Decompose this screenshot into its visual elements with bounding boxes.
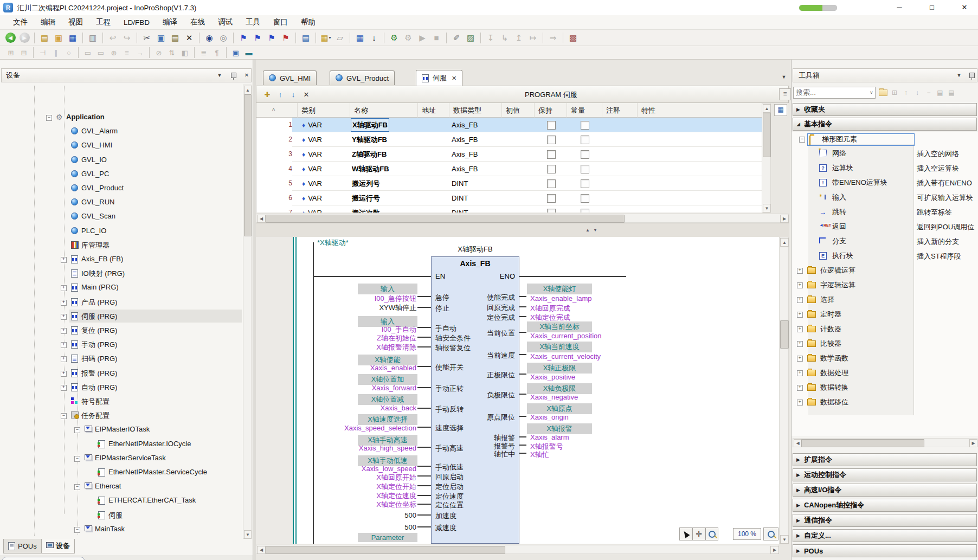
toolbox-section-扩展指令[interactable]: ▶扩展指令: [793, 453, 977, 466]
persist-checkbox[interactable]: [547, 179, 556, 188]
menu-item-工程[interactable]: 工程: [89, 15, 117, 29]
column-header-初值[interactable]: 初值: [502, 103, 535, 118]
expand-icon[interactable]: +: [797, 356, 803, 362]
copy-button[interactable]: ▣: [155, 31, 168, 44]
build-button[interactable]: ▦: [353, 31, 366, 44]
fbd-zoom-level[interactable]: 100 %: [733, 528, 761, 540]
type-cell[interactable]: Axis_FB: [452, 147, 478, 162]
declaration-sort-icon[interactable]: ≡: [779, 88, 791, 100]
insert-box-button[interactable]: ▭: [82, 47, 94, 58]
tree-item-EtherNetIPMaster.IOCycle[interactable]: EtherNetIPMaster.IOCycle: [1, 437, 242, 451]
tree-item-伺服 (PRG)[interactable]: +伺服 (PRG): [1, 310, 242, 323]
operand-500[interactable]: 500: [404, 511, 416, 519]
expand-icon[interactable]: +: [61, 257, 67, 263]
operand-label[interactable]: X轴速度选择: [358, 414, 417, 425]
tree-item-报警 (PRG)[interactable]: +报警 (PRG): [1, 366, 242, 380]
expand-icon[interactable]: +: [797, 370, 803, 376]
column-header-rownum[interactable]: ^: [256, 103, 298, 118]
menu-item-在线[interactable]: 在线: [184, 15, 211, 29]
operand-label[interactable]: X轴位置减: [358, 394, 417, 405]
operand-Xaxis_origin[interactable]: Xaxis_origin: [530, 413, 569, 421]
devices-dropdown-icon[interactable]: ▼: [215, 71, 224, 80]
options-button[interactable]: ▩: [567, 31, 580, 44]
persist-checkbox[interactable]: [547, 121, 556, 130]
tree-item-伺服[interactable]: 伺服: [1, 508, 242, 522]
fbd-zoom-mode-button[interactable]: [705, 527, 718, 540]
tree-item-EIPMasterServiceTask[interactable]: −EIPMasterServiceTask: [1, 452, 242, 465]
tree-item-Axis_FB (FB)[interactable]: +Axis_FB (FB): [1, 253, 242, 266]
tree-item-任务配置[interactable]: −任务配置: [1, 409, 242, 422]
tab-list-dropdown-icon[interactable]: ▼: [780, 72, 788, 82]
insert-jump-button[interactable]: →: [134, 47, 146, 58]
operand-Xaxis_high_speed[interactable]: Xaxis_high_speed: [359, 444, 416, 452]
navigator-tab-设备[interactable]: 设备: [41, 539, 75, 553]
redo-button[interactable]: ↪: [120, 31, 133, 44]
toolbox-move-down-icon[interactable]: ↓: [912, 88, 922, 98]
tree-item-复位 (PRG)[interactable]: +复位 (PRG): [1, 324, 242, 337]
tree-item-GVL_RUN[interactable]: GVL_RUN: [1, 196, 242, 209]
tree-item-EIPMasterIOTask[interactable]: −EIPMasterIOTask: [1, 423, 242, 436]
toolbox-section-basic[interactable]: ◢基本指令: [793, 118, 977, 131]
fbd-hscrollbar[interactable]: ◀ ▶: [256, 545, 779, 554]
name-cell[interactable]: 搬运行号: [352, 191, 380, 205]
declaration-row[interactable]: 7♦VAR搬运次数DINT: [256, 205, 762, 213]
start-button[interactable]: ▶: [416, 31, 429, 44]
expand-icon[interactable]: +: [797, 312, 803, 318]
operand-X轴报警清除[interactable]: X轴报警清除: [376, 343, 416, 352]
expand-icon[interactable]: +: [61, 342, 67, 348]
toolbox-folder-数据移位[interactable]: +数据移位: [794, 396, 913, 409]
online-tools-button[interactable]: ✐: [450, 31, 463, 44]
toolbox-folder-数据转换[interactable]: +数据转换: [794, 381, 913, 394]
operand-X轴回原开始[interactable]: X轴回原开始: [376, 473, 416, 482]
move-up-button[interactable]: ↑: [274, 88, 286, 100]
find-replace-button[interactable]: ◎: [217, 31, 230, 44]
view-monitor-button[interactable]: ▬: [243, 47, 255, 58]
type-cell[interactable]: Axis_FB: [452, 118, 478, 132]
tree-item-Ethercat[interactable]: −Ethercat: [1, 480, 242, 493]
toolbox-section-通信指令[interactable]: ▶通信指令: [793, 514, 977, 527]
tree-scroll-up-icon[interactable]: ▲: [244, 86, 252, 94]
toggle-comment-button[interactable]: ¶: [211, 47, 223, 58]
operand-label[interactable]: X轴原点: [527, 403, 592, 414]
tree-scroll-down-icon[interactable]: ▼: [244, 530, 252, 539]
column-header-数据类型[interactable]: 数据类型: [449, 103, 502, 118]
persist-checkbox[interactable]: [547, 165, 556, 173]
operand-X轴忙[interactable]: X轴忙: [530, 450, 549, 460]
tree-item-自动 (PRG)[interactable]: +自动 (PRG): [1, 381, 242, 394]
declaration-hscrollbar[interactable]: ◀ ▶: [256, 214, 789, 223]
persist-checkbox[interactable]: [547, 194, 556, 203]
tree-item-手动 (PRG)[interactable]: +手动 (PRG): [1, 338, 242, 351]
collapse-icon[interactable]: −: [74, 456, 80, 462]
operand-Xaxis_alarm[interactable]: Xaxis_alarm: [530, 433, 569, 441]
insert-element-button[interactable]: ▦▾: [319, 31, 332, 44]
tree-item-ETHERCAT.EtherCAT_Task[interactable]: ETHERCAT.EtherCAT_Task: [1, 494, 242, 507]
fbd-pan-mode-button[interactable]: ✛: [692, 527, 705, 540]
type-cell[interactable]: Axis_FB: [452, 132, 478, 147]
declaration-row[interactable]: 5♦VAR搬运列号DINT: [256, 176, 762, 191]
constant-checkbox[interactable]: [581, 165, 589, 173]
constant-checkbox[interactable]: [581, 209, 589, 213]
toolbox-item-带EN/ENO运算块[interactable]: !带EN/ENO运算块: [808, 176, 913, 189]
menu-item-LD/FBD[interactable]: LD/FBD: [117, 16, 156, 29]
operand-label[interactable]: X轴当前坐标: [527, 321, 592, 332]
fbd-zoom-fit-button[interactable]: [763, 527, 778, 540]
operand-X轴回原完成[interactable]: X轴回原完成: [530, 304, 570, 313]
constant-checkbox[interactable]: [581, 150, 589, 159]
menu-item-调试[interactable]: 调试: [211, 15, 239, 29]
paste-network-button[interactable]: ▤: [299, 31, 312, 44]
name-cell[interactable]: Z轴驱动FB: [352, 147, 387, 162]
toolbox-section-自定义...[interactable]: ▶自定义...: [793, 529, 977, 542]
operand-Xaxis_speed_selection[interactable]: Xaxis_speed_selection: [344, 424, 416, 432]
operand-label[interactable]: X轴使能灯: [527, 284, 592, 294]
tree-scroll-thumb[interactable]: [244, 94, 252, 236]
tree-item-Application[interactable]: −⚙Application: [1, 111, 242, 124]
delete-button[interactable]: ✕: [183, 31, 196, 44]
save-project-button[interactable]: ▦: [66, 31, 79, 44]
toolbox-item-跳转[interactable]: →跳转: [808, 205, 913, 218]
editor-tab-GVL_HMI[interactable]: GVL_HMI: [263, 70, 317, 85]
step-into-button[interactable]: ↳: [498, 31, 511, 44]
operand-Xaxis_current_position[interactable]: Xaxis_current_position: [530, 332, 602, 340]
edge-detection-button[interactable]: ⇅: [166, 47, 178, 58]
tree-item-GVL_Product[interactable]: GVL_Product: [1, 182, 242, 195]
toolbox-section-favorites[interactable]: ▶收藏夹: [793, 103, 977, 116]
